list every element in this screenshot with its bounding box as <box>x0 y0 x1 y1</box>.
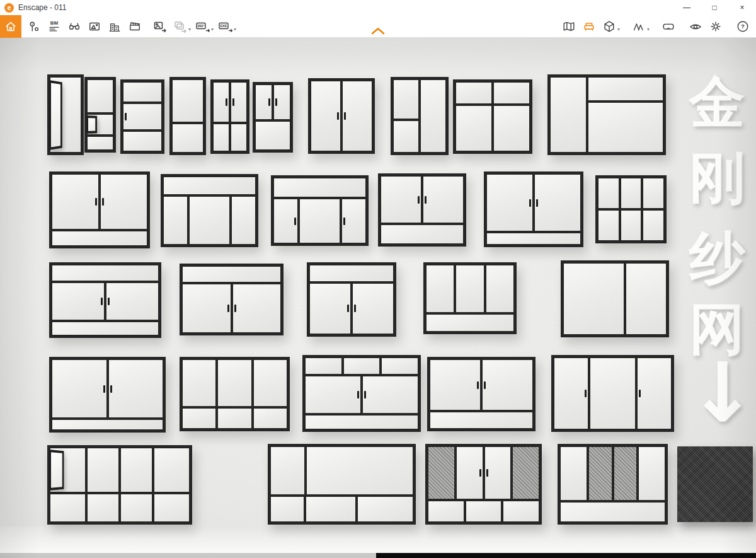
open-sash <box>49 80 62 150</box>
glass-pane <box>342 199 365 243</box>
white-mode-button[interactable] <box>600 17 619 36</box>
window-handle <box>529 199 531 207</box>
collapse-toolbar-button[interactable] <box>369 26 387 37</box>
panorama-export-button[interactable]: 360° <box>193 17 212 36</box>
safe-frame-button[interactable] <box>85 17 104 36</box>
glass-pane <box>214 83 229 122</box>
window-split <box>271 447 413 494</box>
vr-button[interactable] <box>659 17 678 36</box>
glass-pane <box>154 448 189 492</box>
window-split <box>381 177 463 223</box>
window-split <box>256 85 290 149</box>
window-split <box>306 358 418 429</box>
glass-pane <box>598 178 619 208</box>
glass-pane <box>88 80 113 112</box>
window-split <box>311 81 372 151</box>
minimize-button[interactable]: — <box>673 0 701 15</box>
chevron-down-icon[interactable]: ▾ <box>188 26 191 32</box>
window-split <box>561 447 665 500</box>
buildings-button[interactable] <box>105 17 124 36</box>
maximize-button[interactable]: □ <box>701 0 728 15</box>
help-glyph: ? <box>741 23 745 30</box>
window-frame-render <box>169 77 206 155</box>
walk-mode-button[interactable] <box>629 17 648 36</box>
view-management-button[interactable] <box>65 17 84 36</box>
home-icon <box>4 20 18 33</box>
glass-pane <box>121 448 152 492</box>
window-frame-render <box>180 357 290 431</box>
window-frame-render <box>551 355 674 432</box>
vr-headset-icon <box>662 20 675 33</box>
window-split <box>183 267 280 332</box>
window-handle <box>364 391 366 398</box>
glass-pane <box>52 231 147 245</box>
mini-map-button[interactable] <box>559 17 578 36</box>
window-frame-render <box>425 444 542 525</box>
glass-pane <box>154 494 189 521</box>
window-frame-render <box>49 262 161 338</box>
glass-pane <box>52 175 98 229</box>
glass-pane <box>52 265 158 281</box>
glass-pane <box>307 447 413 494</box>
glass-pane <box>485 447 511 499</box>
chevron-down-icon[interactable]: ▾ <box>211 26 214 32</box>
window-handle <box>268 98 270 106</box>
close-button[interactable]: × <box>728 0 756 15</box>
chevron-down-icon[interactable]: ▾ <box>647 26 650 32</box>
glass-pane <box>52 420 163 429</box>
help-icon: ? <box>736 20 750 33</box>
glass-pane <box>456 106 491 151</box>
binoculars-icon <box>67 20 81 33</box>
window-frame-render <box>427 357 536 431</box>
glass-pane <box>310 265 393 281</box>
chevron-up-icon <box>370 26 386 35</box>
help-button[interactable]: ? <box>733 17 752 36</box>
overlay-char: 金 <box>684 74 750 130</box>
window-split <box>310 284 393 334</box>
bim-mode-button[interactable]: BIM <box>45 17 64 36</box>
glass-pane <box>561 447 587 500</box>
buildings-icon <box>108 20 122 33</box>
exe-export-button[interactable]: EXE <box>216 17 235 36</box>
glass-pane <box>486 265 513 312</box>
glass-pane <box>52 283 104 319</box>
settings-button[interactable] <box>706 17 725 36</box>
panorama-label: 360° <box>197 24 205 28</box>
viewport[interactable]: 金 刚 纱 网 ↓ <box>0 38 756 558</box>
window-split <box>52 175 147 245</box>
chevron-down-icon[interactable]: ▾ <box>617 26 620 32</box>
glass-pane <box>358 497 413 521</box>
window-split <box>428 447 539 521</box>
glass-pane <box>254 360 287 406</box>
window-frame-render <box>423 262 517 334</box>
window-split <box>274 178 365 243</box>
window-handle <box>125 113 127 120</box>
glass-pane <box>598 211 619 240</box>
chevron-down-icon[interactable]: ▾ <box>234 26 236 32</box>
window-split <box>88 448 152 492</box>
open-sash <box>49 450 64 491</box>
glass-pane <box>274 199 297 243</box>
window-split <box>52 283 158 319</box>
asset-library-button[interactable] <box>580 17 598 36</box>
pin-button[interactable] <box>25 17 43 36</box>
window-frame-render <box>268 444 416 525</box>
map-pin-icon <box>27 20 41 33</box>
enscape-window: e Enscape - 011 — □ × BIM <box>0 0 756 558</box>
window-split <box>164 177 255 244</box>
home-button[interactable] <box>0 15 21 38</box>
glass-pane <box>306 416 418 429</box>
video-editor-button[interactable] <box>125 17 144 36</box>
glass-pane <box>183 284 231 332</box>
batch-export-button[interactable] <box>171 17 190 36</box>
window-split <box>256 85 290 119</box>
window-frame-render <box>453 79 532 154</box>
glass-pane <box>183 267 280 282</box>
visual-settings-button[interactable] <box>686 17 705 36</box>
window-handle <box>484 381 486 389</box>
titlebar: e Enscape - 011 — □ × <box>0 0 756 15</box>
glass-pane <box>421 80 445 152</box>
window-frame-render <box>561 260 669 337</box>
window-frame-render <box>47 74 84 155</box>
screenshot-export-button[interactable] <box>151 17 169 36</box>
